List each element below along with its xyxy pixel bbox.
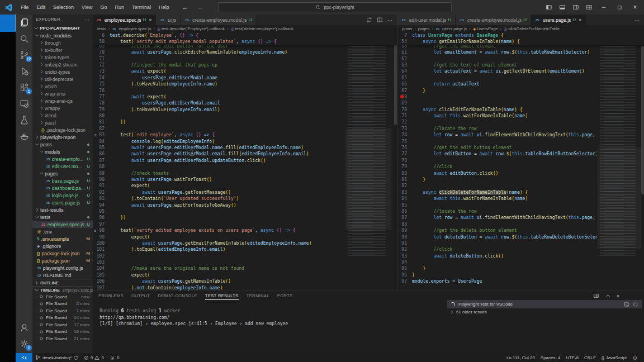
tree-item-poms[interactable]: poms	[32, 141, 93, 148]
tree-item-modals[interactable]: modals	[32, 148, 93, 155]
cursor-position-item[interactable]: Ln 111, Col 29	[504, 353, 538, 362]
tree-item-pages[interactable]: pages	[32, 170, 93, 177]
ports-item[interactable]: 0	[107, 353, 122, 362]
tree-item-tests[interactable]: tests	[32, 213, 93, 221]
menu-go[interactable]: Go	[96, 0, 111, 15]
customize-layout-icon[interactable]	[584, 0, 595, 15]
tab-users.page.js[interactable]: JSusers.page.jsU×	[531, 15, 586, 25]
git-branch-item[interactable]: derek-training*	[32, 353, 81, 362]
tree-item-util-deprecate[interactable]: util-deprecate	[32, 75, 93, 83]
code-line[interactable]: 106 await usersPage.getNamesInTable()	[93, 278, 397, 284]
code-line[interactable]: 99 expect(	[93, 234, 397, 240]
tree-item-package.json[interactable]: {}package.jsonM	[32, 257, 93, 264]
breadcrumb-segment[interactable]: pages	[418, 26, 429, 31]
panel-tab-terminal[interactable]: TERMINAL	[247, 292, 269, 299]
code-line[interactable]: 7class UsersPage extends BasePage {	[397, 32, 644, 39]
code-line[interactable]: 76	[93, 88, 397, 94]
breadcrumb-segment[interactable]: tests	[97, 26, 106, 31]
tree-item-token-types[interactable]: token-types	[32, 54, 93, 61]
language-item[interactable]: {} JavaScript	[599, 353, 629, 362]
tree-item-employee.spec.js[interactable]: JSemployee.spec.jsU	[32, 221, 93, 228]
timeline-entry[interactable]: File Saved14 mins	[32, 315, 93, 322]
tab-create-employee.modal.js[interactable]: JScreate-employee.modal.jsU	[456, 15, 531, 25]
minimize-icon[interactable]: ─	[597, 0, 610, 15]
tree-item-playwright.config.js[interactable]: JSplaywright.config.js	[32, 264, 93, 272]
code-line[interactable]: 79 //click	[397, 164, 644, 170]
command-center-search[interactable]: ppc-playwright	[218, 2, 452, 12]
tree-item-to-buffer[interactable]: to-buffer	[32, 46, 93, 54]
code-line[interactable]: 86 //locate the row	[397, 208, 644, 215]
tree-item-.env.example[interactable]: $.env.exampleM	[32, 235, 93, 242]
close-icon[interactable]: ×	[628, 0, 642, 15]
code-line[interactable]: 101 ).toEqual(editedEmployeeInfo.email)	[93, 246, 397, 253]
code-line[interactable]: 65	[397, 75, 644, 81]
close-icon[interactable]: ×	[617, 293, 619, 299]
run-and-debug-icon[interactable]	[16, 63, 32, 79]
tree-item-package-lock.json[interactable]: {}package-lock.jsonM	[32, 250, 93, 257]
more-icon[interactable]: ···	[387, 17, 392, 23]
code-line[interactable]: 94	[397, 259, 644, 265]
code-line[interactable]: 107 ).not.toContain(employeeInfo.name)	[93, 285, 397, 290]
code-line[interactable]: 72 //inspect the modal that pops up	[93, 62, 397, 68]
code-line[interactable]: 104 //make sure the original name is not…	[93, 265, 397, 272]
panel-tab-test-results[interactable]: TEST RESULTS	[205, 292, 239, 300]
code-line[interactable]: 90 await usersPage.waitForToast()	[93, 177, 397, 183]
tree-item-yauzl[interactable]: yauzl	[32, 119, 93, 126]
code-line[interactable]: 81 })	[93, 119, 397, 125]
code-line[interactable]: 86 await usersPage.editUserModal.email.f…	[93, 151, 397, 157]
code-line[interactable]: 97module.exports = UsersPage	[397, 278, 644, 284]
tree-item-README.md[interactable]: README.md	[32, 272, 93, 279]
outline-section[interactable]: OUTLINE	[32, 279, 93, 286]
code-line[interactable]: 61 let emailElement = await row.$(this.t…	[397, 49, 644, 55]
code-line[interactable]: 54 async getEmailForNameInTable(name) {	[397, 39, 644, 45]
breadcrumb-segment[interactable]: ◎test('delete employee') callback	[230, 26, 293, 31]
code-line[interactable]: 58 test(`verify edit employee modal popu…	[93, 39, 397, 45]
code-line[interactable]: 77 let editButton = await row.$(this.tab…	[397, 151, 644, 157]
code-line[interactable]: 66 return actualText	[397, 81, 644, 87]
code-line[interactable]: 97	[93, 221, 397, 227]
menu-help[interactable]: Help	[155, 0, 173, 15]
code-line[interactable]: 93 ).toContain('User updated successfull…	[93, 196, 397, 202]
code-line[interactable]: 68	[397, 94, 644, 100]
code-line[interactable]: 81 }	[397, 177, 644, 183]
code-line[interactable]: 69	[397, 100, 644, 106]
tree-item-undici-types[interactable]: undici-types	[32, 68, 93, 75]
close-icon[interactable]: ×	[149, 17, 151, 23]
code-line[interactable]: 74 let row = await ui.findElementWithChi…	[397, 132, 644, 138]
code-line[interactable]: 63 //get the text of email element	[397, 62, 644, 68]
code-line[interactable]: 72	[397, 119, 644, 125]
code-line[interactable]: ↺83 test(`edit employee`, async () => {	[93, 132, 397, 138]
breadcrumb-segment[interactable]: ◈UsersPage	[473, 26, 498, 31]
chevron-up-icon[interactable]	[605, 293, 611, 299]
breadcrumb-segment[interactable]: ◎test.describe('Employee') callback	[157, 26, 225, 31]
code-line[interactable]: 96}	[397, 272, 644, 278]
code-line[interactable]: 76 //get the edit button element	[397, 145, 644, 151]
breadcrumb-segment[interactable]: JSemployee.spec.js	[112, 26, 151, 31]
code-line[interactable]: 70 async clickEditForNameInTable(name) {	[397, 107, 644, 113]
code-line[interactable]: 75 ).toHaveValue(employeeInfo.name)	[93, 81, 397, 87]
stop-icon[interactable]	[633, 302, 638, 307]
code-line[interactable]: 77 await expect(	[93, 94, 397, 100]
code-line[interactable]: 67 }	[397, 88, 644, 94]
code-line[interactable]: 92 //click	[397, 246, 644, 253]
tree-item-.gitignore[interactable]: ◆.gitignore	[32, 242, 93, 250]
tree-item-.env[interactable]: .env	[32, 228, 93, 235]
code-line[interactable]: 83 async clickDeleteForNameInTable(name)…	[397, 189, 644, 196]
code-line[interactable]: 84 await this.waitForNameInTable(name)	[397, 196, 644, 202]
terminal-icon[interactable]	[624, 302, 629, 307]
code-line[interactable]: 85 await usersPage.editUserModal.name.fi…	[93, 145, 397, 151]
tree-item-which[interactable]: which	[32, 83, 93, 90]
timeline-entry[interactable]: File Saved5 mins	[32, 301, 93, 308]
account-icon[interactable]	[16, 320, 32, 336]
tree-item-login.page.js[interactable]: JSlogin.page.jsU	[32, 192, 93, 199]
back-arrow-icon[interactable]: ←	[182, 4, 188, 11]
tree-item-create-emplo...[interactable]: JScreate-emplo...U	[32, 155, 93, 163]
menu-file[interactable]: File	[17, 0, 33, 15]
tree-item-wrappy[interactable]: wrappy	[32, 104, 93, 112]
tree-item-edit-user.mo...[interactable]: JSedit-user.mo...U	[32, 163, 93, 170]
code-line[interactable]: 70 await usersPage.clickEditForNameInTab…	[93, 49, 397, 55]
panel-tab-ports[interactable]: PORTS	[277, 292, 293, 299]
more-actions-icon[interactable]: ···	[84, 17, 89, 22]
tree-item-node_modules[interactable]: node_modules	[32, 32, 93, 39]
panel-tab-output[interactable]: OUTPUT	[131, 292, 150, 299]
